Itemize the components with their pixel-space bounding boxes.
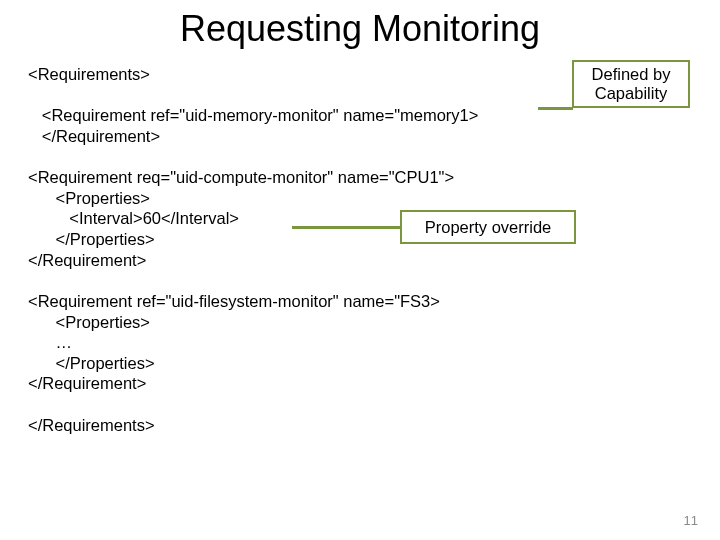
page-number: 11 — [684, 513, 698, 528]
xml-code-block: <Requirements> <Requirement ref="uid-mem… — [28, 64, 478, 435]
callout-defined-by-capability: Defined by Capability — [572, 60, 690, 108]
callout-connector-2 — [292, 226, 400, 229]
callout-connector-1 — [538, 107, 573, 110]
callout-property-override: Property override — [400, 210, 576, 244]
slide-title: Requesting Monitoring — [0, 8, 720, 50]
